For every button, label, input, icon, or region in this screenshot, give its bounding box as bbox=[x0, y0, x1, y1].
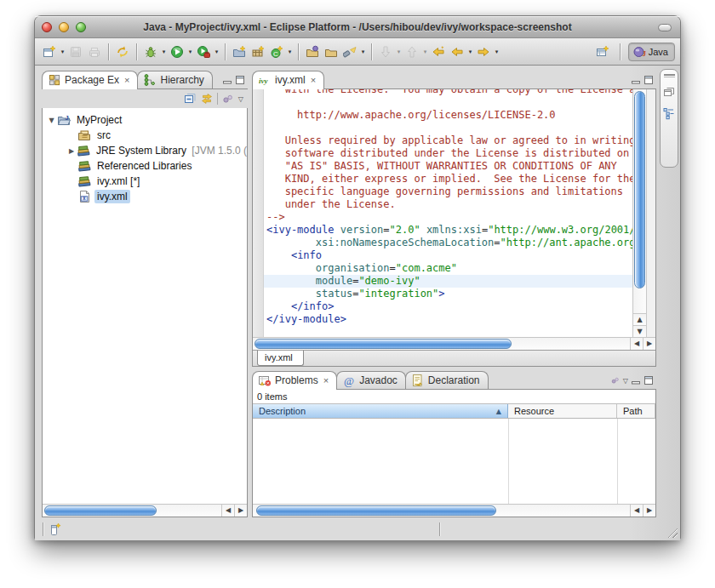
scroll-right-arrow[interactable]: ▶ bbox=[234, 505, 247, 517]
close-window-button[interactable] bbox=[42, 22, 52, 32]
tree-item-myproject[interactable]: ▼JMyProject bbox=[43, 112, 247, 128]
tree-item-ivy-xml[interactable]: Xivy.xml bbox=[43, 189, 247, 204]
problems-tab-declaration[interactable]: Declaration bbox=[405, 371, 489, 389]
code-line[interactable]: --> bbox=[264, 211, 632, 224]
close-tab-icon[interactable]: × bbox=[311, 76, 316, 84]
scroll-left-arrow[interactable]: ◀ bbox=[221, 505, 234, 517]
code-line[interactable]: "AS IS" BASIS, WITHOUT WARRANTIES OR CON… bbox=[264, 160, 632, 173]
scroll-down-arrow[interactable]: ▼ bbox=[633, 325, 646, 337]
minimize-view-button[interactable] bbox=[631, 75, 641, 85]
problems-tab-javadoc[interactable]: @Javadoc bbox=[336, 371, 406, 389]
code-editor[interactable]: with the License. You may obtain a copy … bbox=[264, 89, 632, 337]
new-java-project-button[interactable] bbox=[230, 43, 249, 61]
fast-view-button[interactable] bbox=[49, 522, 62, 536]
code-line[interactable] bbox=[264, 96, 632, 109]
editor-tab-ivy-xml[interactable]: ivyivy.xml× bbox=[252, 71, 324, 88]
close-tab-icon[interactable]: × bbox=[124, 76, 129, 84]
tree-expand-arrow[interactable]: ▼ bbox=[46, 117, 57, 124]
new-java-class-button[interactable]: C bbox=[267, 43, 286, 61]
toolbar-toggle-button[interactable] bbox=[658, 24, 672, 31]
titlebar[interactable]: Java - MyProject/ivy.xml - Eclipse Platf… bbox=[35, 16, 680, 38]
view-menu-dropdown[interactable]: ▽ bbox=[623, 377, 628, 385]
ivy-resolve-button[interactable] bbox=[113, 43, 132, 61]
open-type-button[interactable] bbox=[303, 43, 322, 61]
tree-item-referenced-libraries[interactable]: Referenced Libraries bbox=[43, 158, 247, 174]
editor-source-page-tab[interactable]: ivy.xml bbox=[257, 351, 304, 366]
open-resource-button[interactable] bbox=[322, 43, 340, 61]
scroll-right-arrow[interactable]: ▶ bbox=[643, 505, 655, 517]
column-header-resource[interactable]: Resource bbox=[508, 404, 617, 418]
link-with-editor-button[interactable] bbox=[200, 92, 214, 106]
problems-table-body[interactable] bbox=[253, 419, 655, 504]
run-dropdown[interactable]: ▾ bbox=[186, 49, 194, 55]
code-line[interactable]: KIND, either express or implied. See the… bbox=[264, 173, 632, 186]
outline-view-button[interactable] bbox=[662, 106, 676, 120]
code-line[interactable]: status="integration"> bbox=[264, 288, 632, 300]
minimize-window-button[interactable] bbox=[59, 22, 69, 32]
collapse-all-button[interactable] bbox=[183, 92, 197, 106]
tree-item-ivy-xml-[interactable]: ivy.xml [*] bbox=[43, 174, 247, 189]
problems-horizontal-scrollbar[interactable]: ◀ ▶ bbox=[253, 504, 655, 517]
code-line[interactable]: software distributed under the License i… bbox=[264, 147, 632, 160]
explorer-tab-package-ex[interactable]: Package Ex× bbox=[42, 71, 138, 88]
code-line[interactable]: <ivy-module version="2.0" xmlns:xsi="htt… bbox=[264, 224, 632, 237]
java-perspective-button[interactable]: J Java bbox=[628, 43, 675, 61]
view-menu-button[interactable] bbox=[221, 92, 235, 106]
new-java-package-button[interactable] bbox=[249, 43, 267, 61]
scrollbar-thumb[interactable] bbox=[255, 339, 512, 349]
scroll-left-arrow[interactable]: ◀ bbox=[630, 505, 643, 517]
code-line[interactable]: http://www.apache.org/licenses/LICENSE-2… bbox=[264, 109, 632, 122]
last-edit-location-button[interactable] bbox=[429, 43, 448, 61]
resize-grip[interactable] bbox=[666, 527, 678, 538]
column-header-description[interactable]: Description▲ bbox=[253, 404, 508, 418]
zoom-window-button[interactable] bbox=[76, 22, 86, 32]
explorer-tab-hierarchy[interactable]: Hierarchy bbox=[137, 71, 212, 88]
tree-item-src[interactable]: src bbox=[43, 128, 247, 143]
maximize-view-button[interactable] bbox=[235, 75, 245, 85]
maximize-view-button[interactable] bbox=[644, 375, 654, 385]
editor-horizontal-scrollbar[interactable]: ◀ ▶ bbox=[253, 337, 655, 350]
external-tools-button[interactable] bbox=[194, 43, 213, 61]
minimize-view-button[interactable] bbox=[222, 75, 232, 85]
next-annotation-dropdown[interactable]: ▾ bbox=[395, 49, 403, 55]
external-tools-dropdown[interactable]: ▾ bbox=[213, 49, 220, 55]
code-line[interactable]: </info> bbox=[264, 300, 632, 313]
column-header-path[interactable]: Path bbox=[617, 404, 655, 418]
close-tab-icon[interactable]: × bbox=[323, 376, 329, 385]
view-menu-dropdown[interactable]: ▽ bbox=[238, 95, 243, 103]
view-menu-button[interactable] bbox=[610, 375, 621, 385]
code-line[interactable]: xsi:noNamespaceSchemaLocation="http://an… bbox=[264, 237, 632, 249]
drag-handle[interactable] bbox=[664, 74, 675, 77]
debug-dropdown[interactable]: ▾ bbox=[160, 49, 168, 55]
code-line[interactable]: specific language governing permissions … bbox=[264, 186, 632, 198]
code-line[interactable]: </ivy-module> bbox=[264, 313, 632, 326]
search-dropdown[interactable]: ▾ bbox=[359, 49, 367, 55]
code-line[interactable]: organisation="com.acme" bbox=[264, 262, 632, 275]
scroll-up-arrow[interactable]: ▲ bbox=[633, 313, 646, 325]
scrollbar-thumb[interactable] bbox=[44, 505, 157, 516]
tree-item-jre-system-library[interactable]: ▶JRE System Library [JVM 1.5.0 ( bbox=[43, 143, 247, 158]
code-line[interactable]: <info bbox=[264, 249, 632, 262]
debug-button[interactable] bbox=[141, 43, 160, 61]
scroll-right-arrow[interactable]: ▶ bbox=[643, 338, 655, 350]
back-dropdown[interactable]: ▾ bbox=[466, 49, 474, 55]
explorer-horizontal-scrollbar[interactable]: ◀ ▶ bbox=[43, 504, 247, 517]
scrollbar-thumb[interactable] bbox=[256, 505, 496, 516]
forward-dropdown[interactable]: ▾ bbox=[493, 49, 500, 55]
maximize-view-button[interactable] bbox=[644, 75, 654, 85]
tree-expand-arrow[interactable]: ▶ bbox=[66, 147, 77, 155]
scrollbar-thumb[interactable] bbox=[634, 91, 645, 288]
new-java-class-dropdown[interactable]: ▾ bbox=[286, 49, 294, 55]
prev-annotation-dropdown[interactable]: ▾ bbox=[421, 49, 429, 55]
new-wizard-button[interactable] bbox=[40, 43, 59, 61]
run-button[interactable] bbox=[168, 43, 186, 61]
problems-tab-problems[interactable]: Problems× bbox=[252, 371, 337, 389]
scroll-left-arrow[interactable]: ◀ bbox=[630, 338, 643, 350]
forward-button[interactable] bbox=[474, 43, 493, 61]
code-line-current[interactable]: module="demo-ivy" bbox=[264, 275, 632, 288]
code-line[interactable]: under the License. bbox=[264, 198, 632, 211]
new-wizard-dropdown[interactable]: ▾ bbox=[59, 49, 66, 55]
open-perspective-button[interactable] bbox=[593, 43, 612, 61]
minimize-view-button[interactable] bbox=[631, 375, 641, 385]
back-button[interactable] bbox=[448, 43, 466, 61]
